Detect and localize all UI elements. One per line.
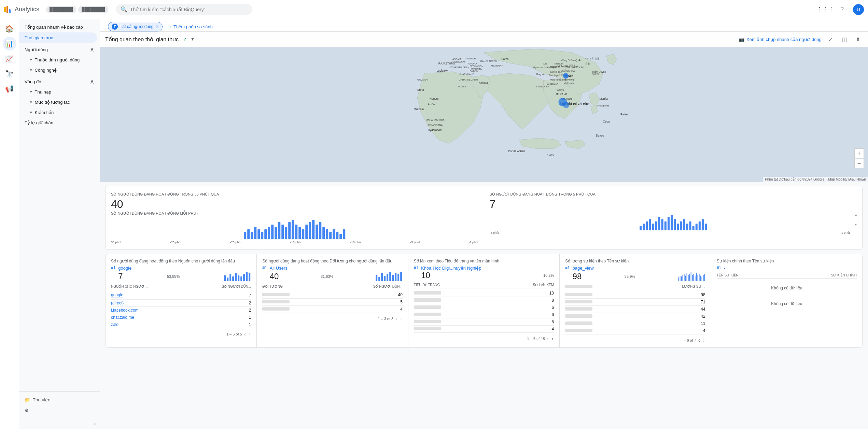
map-dropdown-icon[interactable]: ▼ [191,37,195,42]
filter-chip-all-users[interactable]: T Tất cả người dùng ✕ [108,22,163,31]
svg-text:KEDAH: KEDAH [547,154,556,156]
svg-text:Lào: Lào [543,62,547,65]
stat-card-5min: SỐ NGƯỜI DÙNG ĐANG HOẠT ĐỘNG TRONG 5 PHÚ… [484,186,863,249]
sidebar-section-lifecycle[interactable]: Vòng đời ∧ [19,75,100,87]
row-label [262,300,290,304]
bottom-card-pages: Số lần xem theo Tiêu đề trang và tên màn… [408,254,560,347]
sidebar-icon-reports[interactable]: 📈 [3,52,16,66]
table-row: chat.zalo.me1 [111,314,251,321]
svg-rect-118 [241,276,242,281]
svg-rect-112 [224,275,226,281]
sidebar-item-realtime[interactable]: Thời gian thực [19,32,97,43]
svg-text:ASSAM: ASSAM [452,58,461,61]
events-next-btn[interactable]: › [702,337,705,343]
events-pagination: – 6 of 7 [684,338,696,342]
svg-text:Davao: Davao [596,134,604,137]
pages-pagination: 1 – 6 of 48 [527,337,545,341]
filter-chip-icon: T [112,24,118,30]
bottom-card-audience-rows: 4054 [262,291,402,313]
svg-rect-88 [339,234,342,239]
bottom-cards: Số người dùng đang hoạt động theo Nguồn … [105,254,863,348]
bottom-card-source-mini-chart [224,271,251,282]
avatar[interactable]: U [853,4,864,15]
sidebar-item-engagement[interactable]: Mức độ tương tác [19,97,100,107]
map-zoom-out[interactable]: − [854,159,864,168]
sidebar-item-retention[interactable]: Tỷ lệ giữ chân [19,117,97,128]
sidebar-icon-explore[interactable]: 🔭 [3,67,16,81]
svg-rect-136 [684,274,684,281]
sidebar-item-overview-label: Tổng quan nhanh về báo cáo [25,25,83,30]
row-label[interactable]: chat.zalo.me [111,315,134,320]
map-share-icon[interactable]: ⬆ [853,34,863,44]
sidebar-footer: 📁 Thư viện ⚙ [19,391,100,418]
svg-rect-90 [640,226,642,230]
pages-next-btn[interactable]: › [551,335,554,342]
sidebar-collapse-button[interactable]: ‹ [19,418,100,429]
svg-text:深圳市: 深圳市 [592,73,599,76]
sidebar-item-acquisition[interactable]: Thu nạp [19,87,100,97]
sidebar-item-technology[interactable]: Công nghệ [19,65,100,75]
svg-rect-132 [678,277,679,281]
sidebar-section-users[interactable]: Người dùng ∧ [19,43,100,55]
svg-rect-119 [243,274,245,281]
sidebar-footer-settings[interactable]: ⚙ [19,405,100,416]
source-prev-btn[interactable]: ‹ [243,331,247,337]
row-label[interactable]: (direct) [111,301,124,305]
sidebar-footer-library[interactable]: 📁 Thư viện [19,395,100,405]
sidebar-item-user-attributes[interactable]: Thuộc tính người dùng [19,55,100,65]
svg-rect-108 [695,224,697,231]
svg-text:Philippines: Philippines [597,104,609,107]
pages-prev-btn[interactable]: ‹ [546,335,549,342]
source-pagination: 1 – 5 of 5 [226,332,242,336]
audience-prev-btn[interactable]: ‹ [395,316,398,322]
map-expand-icon[interactable]: ⤢ [826,34,835,44]
row-label [262,307,290,312]
row-label [262,292,290,297]
sidebar-item-monetization[interactable]: Kiếm tiền [19,107,100,117]
bottom-card-audience-value: 40 [270,272,279,281]
svg-rect-85 [329,232,332,239]
svg-rect-74 [292,220,294,239]
svg-rect-97 [661,219,663,230]
svg-rect-71 [281,225,284,239]
lifecycle-chevron: ∧ [90,78,94,85]
bottom-card-pages-footer: 1 – 6 of 48 ‹ › [414,335,554,342]
sidebar-icon-realtime[interactable]: 📊 [3,37,16,51]
map-split-icon[interactable]: ◫ [839,34,849,44]
snapshot-button[interactable]: 📷 Xem ảnh chụp nhanh của người dùng [739,37,822,42]
search-input[interactable] [130,7,248,12]
bottom-card-pages-rank: #1 [414,266,418,270]
search-box[interactable]: 🔍 [116,4,252,15]
events-prev-btn[interactable]: ‹ [698,337,701,343]
bottom-card-key-events-no-data1: Không có dữ liệu [717,280,857,296]
bottom-card-key-events-title: Sự kiện chính theo Tên sự kiện [717,258,857,264]
map-zoom-in[interactable]: + [854,148,864,158]
row-label[interactable]: zalo [111,322,118,327]
map-section: Tổng quan theo thời gian thực ✓ ▼ 📷 Xem … [100,32,868,182]
row-label[interactable]: google [111,292,123,298]
bottom-card-events-rank: #1 [565,266,570,270]
svg-text:CHHATTISGARH: CHHATTISGARH [459,78,478,81]
svg-text:Hải Phòng: Hải Phòng [563,78,574,81]
svg-rect-91 [643,224,645,231]
filter-chip-close[interactable]: ✕ [155,24,159,29]
help-icon[interactable]: ? [837,4,848,15]
svg-rect-134 [681,276,682,281]
row-label[interactable]: l.facebook.com [111,308,139,313]
source-next-btn[interactable]: › [248,331,251,337]
svg-rect-101 [674,219,676,230]
account-chip-2[interactable]: ████████ [78,6,108,13]
svg-text:Mumbai: Mumbai [414,108,424,111]
svg-rect-92 [646,221,648,230]
sidebar-icon-home[interactable]: 🏠 [3,22,16,35]
add-comparison-button[interactable]: + Thêm phép so sánh [167,23,215,31]
analytics-logo [4,6,11,13]
map-zoom-controls: + − [854,148,864,168]
audience-next-btn[interactable]: › [399,316,402,322]
apps-icon[interactable]: ⋮⋮⋮ [820,4,831,15]
account-chip-1[interactable]: ████████ [46,6,76,13]
bottom-card-pages-pct: 10,2% [543,273,554,277]
sidebar-item-overview[interactable]: Tổng quan nhanh về báo cáo [19,22,97,32]
sidebar-icon-bar: 🏠 📊 📈 🔭 📢 [0,19,19,429]
sidebar-icon-advertising[interactable]: 📢 [3,82,16,96]
